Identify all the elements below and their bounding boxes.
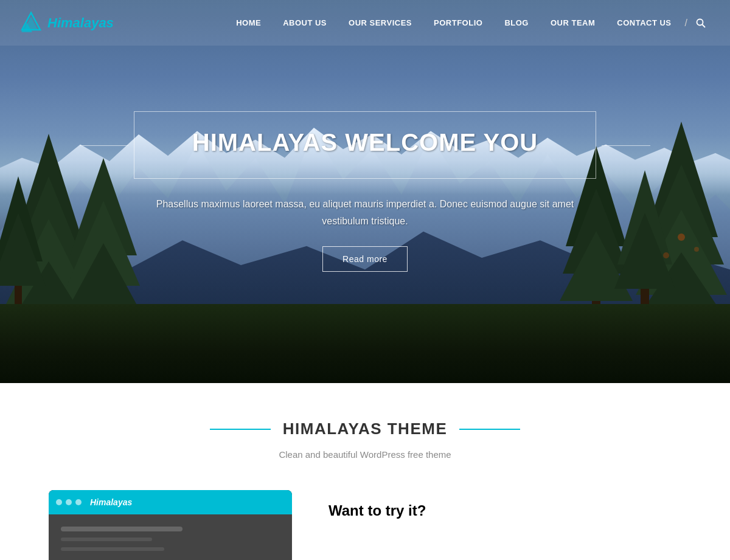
logo-link[interactable]: Himalayas (18, 10, 114, 36)
hero-section: HIMALAYAS WELCOME YOU Phasellus maximus … (0, 0, 730, 383)
svg-line-4 (703, 24, 706, 27)
mockup-dot-3 (75, 499, 82, 505)
nav-divider: / (683, 18, 690, 29)
mockup-content (49, 514, 292, 560)
title-line-right (459, 429, 520, 430)
hero-title: HIMALAYAS WELCOME YOU (171, 129, 559, 156)
theme-section-subtitle: Clean and beautiful WordPress free theme (12, 449, 718, 460)
site-header: Himalayas HOME ABOUT US OUR SERVICES POR… (0, 0, 730, 46)
hero-title-box: HIMALAYAS WELCOME YOU (134, 111, 596, 179)
svg-point-30 (663, 252, 669, 258)
svg-rect-35 (61, 547, 164, 551)
nav-about[interactable]: ABOUT US (272, 0, 338, 46)
search-button[interactable] (690, 0, 712, 46)
logo-icon (18, 10, 44, 36)
hero-content: HIMALAYAS WELCOME YOU Phasellus maximus … (122, 99, 608, 283)
nav-portfolio[interactable]: PORTFOLIO (423, 0, 493, 46)
theme-section-title: HIMALAYAS THEME (283, 420, 448, 438)
mockup-logo-text: Himalayas (90, 497, 132, 507)
nav-home[interactable]: HOME (225, 0, 272, 46)
nav-contact[interactable]: CONTACT US (606, 0, 682, 46)
svg-rect-32 (49, 514, 292, 560)
search-icon (696, 18, 706, 28)
main-nav: HOME ABOUT US OUR SERVICES PORTFOLIO BLO… (225, 0, 712, 46)
try-text: Want to try it? (328, 490, 426, 519)
ground (0, 304, 730, 383)
device-mockup: Himalayas (49, 490, 292, 560)
svg-point-31 (694, 247, 699, 252)
mockup-dot-1 (56, 499, 62, 505)
try-section: Himalayas Want to try it? (12, 490, 718, 560)
logo-text: Himalayas (47, 15, 114, 31)
svg-point-3 (697, 19, 703, 25)
mockup-dot-2 (66, 499, 72, 505)
read-more-button[interactable]: Read more (322, 246, 408, 272)
nav-team[interactable]: OUR TEAM (540, 0, 606, 46)
hero-description: Phasellus maximus laoreet massa, eu aliq… (134, 196, 596, 229)
mockup-body (49, 514, 292, 560)
svg-rect-33 (61, 527, 182, 531)
try-title: Want to try it? (328, 502, 426, 519)
mockup-bar: Himalayas (49, 490, 292, 514)
title-line-left (210, 429, 271, 430)
nav-services[interactable]: OUR SERVICES (338, 0, 423, 46)
nav-blog[interactable]: BLOG (493, 0, 540, 46)
svg-rect-34 (61, 538, 152, 541)
svg-point-29 (678, 233, 685, 241)
theme-title-wrapper: HIMALAYAS THEME (12, 420, 718, 438)
theme-section: HIMALAYAS THEME Clean and beautiful Word… (0, 383, 730, 560)
